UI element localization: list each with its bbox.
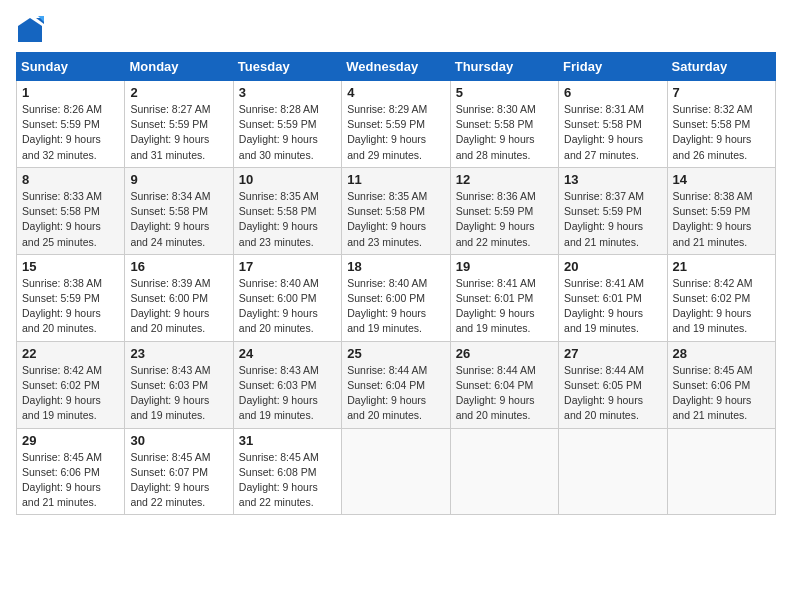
day-info: Sunrise: 8:32 AM Sunset: 5:58 PM Dayligh… [673,102,770,163]
calendar-cell: 15 Sunrise: 8:38 AM Sunset: 5:59 PM Dayl… [17,254,125,341]
day-info: Sunrise: 8:40 AM Sunset: 6:00 PM Dayligh… [239,276,336,337]
day-info: Sunrise: 8:44 AM Sunset: 6:04 PM Dayligh… [347,363,444,424]
calendar-cell: 29 Sunrise: 8:45 AM Sunset: 6:06 PM Dayl… [17,428,125,515]
calendar-cell: 21 Sunrise: 8:42 AM Sunset: 6:02 PM Dayl… [667,254,775,341]
day-info: Sunrise: 8:37 AM Sunset: 5:59 PM Dayligh… [564,189,661,250]
day-info: Sunrise: 8:34 AM Sunset: 5:58 PM Dayligh… [130,189,227,250]
calendar-week-3: 15 Sunrise: 8:38 AM Sunset: 5:59 PM Dayl… [17,254,776,341]
day-number: 18 [347,259,444,274]
day-info: Sunrise: 8:27 AM Sunset: 5:59 PM Dayligh… [130,102,227,163]
day-info: Sunrise: 8:38 AM Sunset: 5:59 PM Dayligh… [22,276,119,337]
calendar-cell: 13 Sunrise: 8:37 AM Sunset: 5:59 PM Dayl… [559,167,667,254]
day-number: 2 [130,85,227,100]
day-number: 16 [130,259,227,274]
calendar-cell: 3 Sunrise: 8:28 AM Sunset: 5:59 PM Dayli… [233,81,341,168]
day-number: 28 [673,346,770,361]
calendar-cell: 28 Sunrise: 8:45 AM Sunset: 6:06 PM Dayl… [667,341,775,428]
day-info: Sunrise: 8:42 AM Sunset: 6:02 PM Dayligh… [22,363,119,424]
calendar-cell: 12 Sunrise: 8:36 AM Sunset: 5:59 PM Dayl… [450,167,558,254]
day-info: Sunrise: 8:31 AM Sunset: 5:58 PM Dayligh… [564,102,661,163]
day-number: 19 [456,259,553,274]
page-container: SundayMondayTuesdayWednesdayThursdayFrid… [16,16,776,515]
calendar-header-wednesday: Wednesday [342,53,450,81]
day-info: Sunrise: 8:44 AM Sunset: 6:05 PM Dayligh… [564,363,661,424]
day-number: 7 [673,85,770,100]
day-info: Sunrise: 8:43 AM Sunset: 6:03 PM Dayligh… [239,363,336,424]
day-number: 11 [347,172,444,187]
calendar-cell [559,428,667,515]
svg-marker-0 [18,18,42,42]
day-info: Sunrise: 8:43 AM Sunset: 6:03 PM Dayligh… [130,363,227,424]
day-info: Sunrise: 8:41 AM Sunset: 6:01 PM Dayligh… [456,276,553,337]
calendar-cell: 6 Sunrise: 8:31 AM Sunset: 5:58 PM Dayli… [559,81,667,168]
calendar-header-row: SundayMondayTuesdayWednesdayThursdayFrid… [17,53,776,81]
calendar-week-2: 8 Sunrise: 8:33 AM Sunset: 5:58 PM Dayli… [17,167,776,254]
day-number: 31 [239,433,336,448]
day-number: 24 [239,346,336,361]
calendar-cell: 19 Sunrise: 8:41 AM Sunset: 6:01 PM Dayl… [450,254,558,341]
calendar-cell: 7 Sunrise: 8:32 AM Sunset: 5:58 PM Dayli… [667,81,775,168]
day-info: Sunrise: 8:35 AM Sunset: 5:58 PM Dayligh… [239,189,336,250]
calendar-cell: 9 Sunrise: 8:34 AM Sunset: 5:58 PM Dayli… [125,167,233,254]
day-info: Sunrise: 8:36 AM Sunset: 5:59 PM Dayligh… [456,189,553,250]
day-info: Sunrise: 8:40 AM Sunset: 6:00 PM Dayligh… [347,276,444,337]
day-number: 12 [456,172,553,187]
calendar-cell: 24 Sunrise: 8:43 AM Sunset: 6:03 PM Dayl… [233,341,341,428]
calendar-cell: 26 Sunrise: 8:44 AM Sunset: 6:04 PM Dayl… [450,341,558,428]
day-number: 8 [22,172,119,187]
logo-icon [16,16,44,44]
day-info: Sunrise: 8:42 AM Sunset: 6:02 PM Dayligh… [673,276,770,337]
day-number: 23 [130,346,227,361]
day-info: Sunrise: 8:26 AM Sunset: 5:59 PM Dayligh… [22,102,119,163]
calendar-cell: 4 Sunrise: 8:29 AM Sunset: 5:59 PM Dayli… [342,81,450,168]
day-number: 9 [130,172,227,187]
logo [16,16,48,44]
day-number: 22 [22,346,119,361]
day-number: 1 [22,85,119,100]
calendar-cell: 25 Sunrise: 8:44 AM Sunset: 6:04 PM Dayl… [342,341,450,428]
day-number: 10 [239,172,336,187]
day-info: Sunrise: 8:45 AM Sunset: 6:07 PM Dayligh… [130,450,227,511]
calendar-cell: 5 Sunrise: 8:30 AM Sunset: 5:58 PM Dayli… [450,81,558,168]
calendar-header-thursday: Thursday [450,53,558,81]
day-info: Sunrise: 8:38 AM Sunset: 5:59 PM Dayligh… [673,189,770,250]
day-number: 17 [239,259,336,274]
day-number: 20 [564,259,661,274]
calendar-cell [342,428,450,515]
calendar-week-4: 22 Sunrise: 8:42 AM Sunset: 6:02 PM Dayl… [17,341,776,428]
calendar-cell: 14 Sunrise: 8:38 AM Sunset: 5:59 PM Dayl… [667,167,775,254]
day-number: 5 [456,85,553,100]
calendar-cell: 11 Sunrise: 8:35 AM Sunset: 5:58 PM Dayl… [342,167,450,254]
calendar-table: SundayMondayTuesdayWednesdayThursdayFrid… [16,52,776,515]
calendar-cell: 8 Sunrise: 8:33 AM Sunset: 5:58 PM Dayli… [17,167,125,254]
day-number: 30 [130,433,227,448]
day-number: 26 [456,346,553,361]
calendar-cell: 10 Sunrise: 8:35 AM Sunset: 5:58 PM Dayl… [233,167,341,254]
day-number: 14 [673,172,770,187]
calendar-header-friday: Friday [559,53,667,81]
day-number: 29 [22,433,119,448]
calendar-cell: 16 Sunrise: 8:39 AM Sunset: 6:00 PM Dayl… [125,254,233,341]
calendar-cell: 2 Sunrise: 8:27 AM Sunset: 5:59 PM Dayli… [125,81,233,168]
day-info: Sunrise: 8:41 AM Sunset: 6:01 PM Dayligh… [564,276,661,337]
day-info: Sunrise: 8:29 AM Sunset: 5:59 PM Dayligh… [347,102,444,163]
day-number: 4 [347,85,444,100]
day-number: 21 [673,259,770,274]
calendar-cell [667,428,775,515]
day-number: 3 [239,85,336,100]
day-info: Sunrise: 8:33 AM Sunset: 5:58 PM Dayligh… [22,189,119,250]
calendar-cell: 20 Sunrise: 8:41 AM Sunset: 6:01 PM Dayl… [559,254,667,341]
calendar-header-monday: Monday [125,53,233,81]
day-info: Sunrise: 8:30 AM Sunset: 5:58 PM Dayligh… [456,102,553,163]
calendar-header-tuesday: Tuesday [233,53,341,81]
calendar-cell: 22 Sunrise: 8:42 AM Sunset: 6:02 PM Dayl… [17,341,125,428]
day-number: 13 [564,172,661,187]
calendar-cell: 1 Sunrise: 8:26 AM Sunset: 5:59 PM Dayli… [17,81,125,168]
day-number: 25 [347,346,444,361]
day-number: 27 [564,346,661,361]
calendar-header-saturday: Saturday [667,53,775,81]
calendar-week-5: 29 Sunrise: 8:45 AM Sunset: 6:06 PM Dayl… [17,428,776,515]
day-info: Sunrise: 8:44 AM Sunset: 6:04 PM Dayligh… [456,363,553,424]
calendar-cell: 27 Sunrise: 8:44 AM Sunset: 6:05 PM Dayl… [559,341,667,428]
day-info: Sunrise: 8:45 AM Sunset: 6:06 PM Dayligh… [22,450,119,511]
